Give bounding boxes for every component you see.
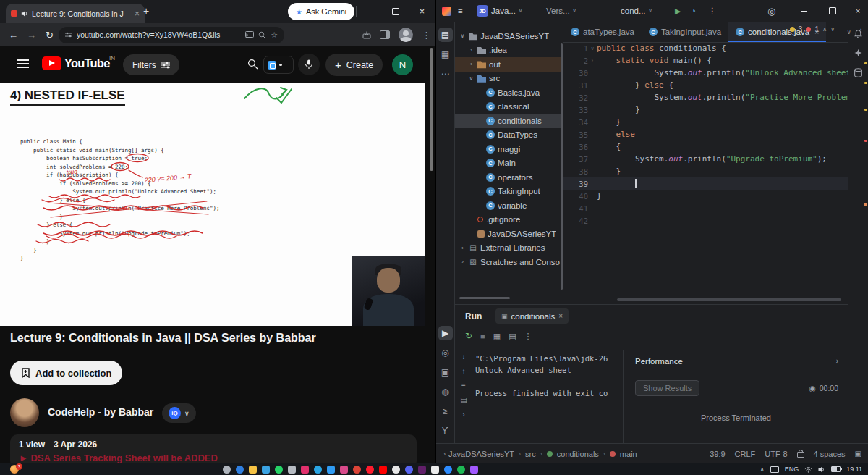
youtube-avatar[interactable]: N: [392, 54, 413, 75]
tree-chevron-icon[interactable]: ›: [468, 61, 475, 67]
video-player[interactable]: 4) NESTED IF-ELSE public class Main { pu…: [0, 83, 425, 326]
project-tree-scrollbar[interactable]: [561, 43, 563, 290]
youtube-logo[interactable]: YouTube: [42, 56, 110, 70]
search-icon[interactable]: [247, 59, 258, 70]
github-app-icon[interactable]: [392, 466, 400, 474]
editor-line[interactable]: 40 }: [563, 190, 848, 202]
line-separator[interactable]: CRLF: [735, 450, 756, 458]
cast-icon[interactable]: [245, 31, 254, 38]
tree-chevron-icon[interactable]: ∨: [468, 75, 475, 82]
bookmark-star-icon[interactable]: ☆: [271, 30, 278, 40]
project-tool-icon[interactable]: ▤: [438, 28, 453, 42]
discord-app-icon[interactable]: [405, 466, 413, 474]
snapshot-icon[interactable]: ▦: [493, 332, 501, 341]
editor-line[interactable]: 32 System.out.println("Practice More Pro…: [563, 91, 848, 104]
chrome-app-icon[interactable]: [353, 466, 361, 474]
youtube-menu-icon[interactable]: [17, 59, 29, 68]
status-widget-icon[interactable]: ▣: [855, 450, 861, 458]
tree-item-javadsaseriesyt[interactable]: JavaDSASeriesYT: [455, 227, 563, 241]
zoom-app-icon[interactable]: [444, 466, 452, 474]
tree-item--gitignore[interactable]: .gitignore: [455, 213, 563, 227]
editor-line[interactable]: 34 }: [563, 116, 848, 128]
tree-item-basics-java[interactable]: CBasics.java: [455, 85, 563, 100]
expand-icon[interactable]: ›: [836, 357, 838, 365]
prev-issue-icon[interactable]: ∧: [822, 26, 827, 33]
editor-tab-TakingInput-java[interactable]: CTakingInput.java: [642, 22, 728, 42]
channel-name[interactable]: CodeHelp - by Babbar: [48, 406, 153, 418]
breadcrumb-item[interactable]: conditionals: [557, 450, 599, 458]
search-app-icon[interactable]: [223, 466, 231, 474]
tree-item-src[interactable]: ∨src: [455, 72, 563, 86]
browser-scrollbar[interactable]: [430, 48, 433, 171]
editor-line[interactable]: 33 }: [563, 104, 848, 116]
forward-button[interactable]: →: [22, 30, 41, 41]
scroll-to-end-icon[interactable]: ↓: [462, 353, 466, 361]
caret-position[interactable]: 39:9: [710, 450, 725, 458]
tree-item-conditionals[interactable]: Cconditionals: [455, 114, 563, 128]
channel-badge-button[interactable]: iQ ∨: [162, 403, 196, 423]
console-output[interactable]: "C:\Program Files\Java\jdk-26Unlock Adva…: [475, 353, 620, 399]
language-indicator[interactable]: ENG: [785, 466, 799, 473]
stop-icon[interactable]: ■: [480, 332, 485, 340]
run-configuration-selector[interactable]: cond... ∨: [621, 0, 652, 22]
vcs-widget[interactable]: Vers... ∨: [546, 0, 576, 22]
tree-item-variable[interactable]: Cvariable: [455, 198, 563, 213]
tree-chevron-icon[interactable]: ›: [459, 245, 466, 251]
problems-tool-icon[interactable]: ◍: [438, 384, 453, 399]
tree-item-javadsaseriesyt[interactable]: ∨JavaDSASeriesYT: [455, 29, 563, 43]
close-tab-icon[interactable]: ×: [135, 9, 140, 19]
side-panel-icon[interactable]: [380, 30, 390, 39]
file-encoding[interactable]: UTF-8: [765, 450, 787, 458]
notion-app-icon[interactable]: [431, 466, 439, 474]
fold-icon[interactable]: ›: [588, 58, 597, 63]
tree-item-out[interactable]: ›out: [455, 57, 563, 72]
address-bar[interactable]: youtube.com/watch?v=Xy18VW4oB1Q&lis ☆: [59, 27, 284, 43]
ide-minimize-button[interactable]: [789, 0, 818, 22]
structure-tool-icon[interactable]: ▦: [438, 47, 453, 62]
show-results-button[interactable]: Show Results: [635, 380, 699, 396]
clock[interactable]: 19:11: [846, 466, 862, 473]
services-tool-icon[interactable]: ◎: [438, 345, 453, 360]
run-tool-icon[interactable]: ▶: [438, 326, 453, 340]
tree-item-scratches-and-conso[interactable]: ›▧Scratches and Conso: [455, 255, 563, 269]
editor-line[interactable]: 35 else: [563, 128, 848, 140]
tab-audio-icon[interactable]: [21, 10, 28, 17]
tree-item-maggi[interactable]: Cmaggi: [455, 142, 563, 156]
fold-icon[interactable]: ∨: [588, 46, 597, 51]
ai-chat-icon[interactable]: [854, 49, 863, 58]
breadcrumb-item[interactable]: src: [525, 450, 536, 458]
spotify-app-icon[interactable]: [457, 466, 465, 474]
channel-avatar[interactable]: [10, 398, 39, 427]
rerun-icon[interactable]: ↻: [465, 331, 472, 341]
tree-item-takinginput[interactable]: CTakingInput: [455, 185, 563, 199]
figma-app-icon[interactable]: [470, 466, 478, 474]
tree-item-external-libraries[interactable]: ›▤External Libraries: [455, 241, 563, 256]
editor-line[interactable]: 2› static void main() {: [563, 54, 848, 67]
build-tool-icon[interactable]: ▣: [438, 365, 453, 379]
telegram-app-icon[interactable]: [314, 466, 322, 474]
whatsapp-app-icon[interactable]: [275, 466, 283, 474]
database-icon[interactable]: [854, 68, 863, 77]
profile-avatar[interactable]: [399, 28, 413, 42]
browser-tab[interactable]: Lecture 9: Conditionals in J ×: [6, 4, 145, 23]
status-chevron-icon[interactable]: ›: [443, 450, 446, 458]
edge-app-icon[interactable]: [236, 466, 244, 474]
more-console-icon[interactable]: ›: [462, 411, 464, 419]
wifi-icon[interactable]: [804, 466, 812, 473]
close-run-tab-icon[interactable]: ×: [558, 312, 563, 320]
breadcrumb-item[interactable]: main: [620, 450, 637, 458]
ide-close-button[interactable]: ×: [847, 0, 868, 22]
tree-item-classical[interactable]: Cclassical: [455, 100, 563, 114]
search-extension-icon[interactable]: [268, 61, 276, 70]
tree-chevron-icon[interactable]: ∨: [459, 33, 466, 39]
tree-item-datatypes[interactable]: CDataTypes: [455, 128, 563, 143]
instagram-app-icon[interactable]: [301, 466, 309, 474]
tree-chevron-icon[interactable]: ›: [468, 47, 475, 54]
editor-line[interactable]: 42: [563, 214, 848, 227]
browser-minimize-button[interactable]: [355, 0, 382, 23]
ai-assistant-icon[interactable]: ◎: [767, 0, 775, 22]
volume-icon[interactable]: [818, 466, 825, 473]
editor-tab-ataTypes-java[interactable]: CataTypes.java: [563, 22, 642, 42]
ask-gemini-button[interactable]: ★ Ask Gemini: [288, 3, 354, 20]
soft-wrap-icon[interactable]: ≡: [461, 382, 466, 390]
